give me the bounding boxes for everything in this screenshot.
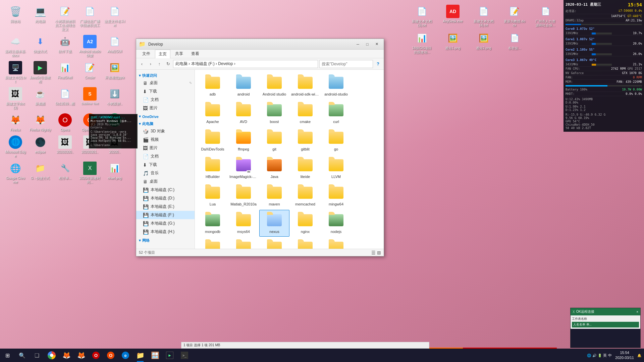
taskbar-cmd[interactable]: >_	[177, 349, 192, 362]
desktop-icon-gis[interactable]: 📊 18级GIS项目抗疫改动...	[407, 30, 437, 56]
desktop-icon-guangzhou[interactable]: 📄 广州市人力资源和社会保...	[531, 3, 560, 29]
desktop-icon-update[interactable]: 📝 更新为教授.docx	[500, 3, 529, 29]
notification-icon[interactable]: 🔔	[637, 354, 641, 357]
sidebar-section-onedrive[interactable]: ▾ OneDrive	[136, 112, 195, 119]
list-view-button[interactable]: ☰	[371, 250, 376, 255]
file-item-mingw64[interactable]: mingw64	[321, 182, 351, 209]
sidebar-item-h[interactable]: 💾 本地磁盘 (H:)	[136, 228, 195, 236]
maximize-button[interactable]: □	[363, 41, 372, 48]
file-item-liteide[interactable]: liteide	[290, 155, 320, 182]
file-item-msys64[interactable]: msys64	[228, 210, 259, 237]
desktop-icon-computer[interactable]: 💻 此电脑	[28, 3, 52, 33]
sound-tray-icon[interactable]: 🔊	[592, 354, 596, 357]
file-item-matlab[interactable]: Matlab_R2010a	[228, 182, 259, 209]
desktop-icon-7[interactable]: ⬇ 快捷方式	[28, 34, 52, 59]
desktop-icon-newdoc3[interactable]: 📄 新建文本文档(3).txt	[407, 3, 437, 29]
desktop-icon-doc3[interactable]: 📝 Cmder	[78, 60, 102, 85]
file-item-java[interactable]: Java	[259, 155, 289, 182]
sidebar-item-e[interactable]: 💾 本地磁盘 (E:)	[136, 202, 195, 211]
file-item-hbuilder[interactable]: HBuilder	[198, 155, 228, 182]
sidebar-item-downloads[interactable]: ⬇ 下载	[136, 87, 195, 96]
desktop-icon-6[interactable]: ☁️ 远程云服务器.docx	[3, 34, 28, 59]
minimize-button[interactable]: ─	[354, 41, 362, 48]
taskbar-firefox[interactable]: 🦊	[59, 349, 74, 362]
file-item-lua[interactable]: Lua	[198, 182, 228, 209]
sidebar-item-documents2[interactable]: 📄 文档	[136, 152, 195, 161]
desktop-icon-g-drive[interactable]: 📁 G - 快捷方式	[28, 160, 52, 186]
sidebar-item-g[interactable]: 💾 本地磁盘 (G:)	[136, 219, 195, 228]
file-item-ffmpeg[interactable]: ffmpeg	[228, 127, 259, 154]
file-item-qt[interactable]: Qt	[321, 237, 351, 249]
file-item-go[interactable]: go	[321, 127, 351, 154]
taskbar-opera[interactable]: O	[89, 349, 103, 362]
file-item-memcached[interactable]: memcached	[290, 182, 320, 209]
file-item-phantomjs[interactable]: phantomjs	[228, 237, 259, 249]
desktop-icon-mainco[interactable]: ☕ 新截图	[28, 86, 52, 111]
desktop-icon-5[interactable]: 📄 这是文件名3.txt	[103, 3, 127, 33]
file-item-boost[interactable]: boost	[259, 100, 289, 127]
search-input[interactable]	[319, 60, 373, 68]
file-item-proguard[interactable]: proguard 6.1.1	[259, 237, 289, 249]
taskbar-chrome[interactable]	[44, 349, 59, 362]
desktop-icon-ppt[interactable]: 📊 FinalShell	[53, 60, 77, 85]
taskbar-terminal[interactable]: ▶	[162, 349, 177, 362]
sidebar-item-d[interactable]: 💾 本地磁盘 (D:)	[136, 194, 195, 202]
forward-button[interactable]: ›	[147, 60, 154, 68]
taskbar-opera-dev[interactable]: O	[103, 349, 118, 362]
desktop-icon-firefox2[interactable]: 🦊 Firefox	[3, 112, 28, 133]
ribbon-tab-view[interactable]: 查看	[188, 50, 203, 58]
ribbon-tab-file[interactable]: 文件	[139, 50, 154, 58]
file-item-pandoc[interactable]: pandoc	[198, 237, 228, 249]
ribbon-tab-home[interactable]: 主页	[155, 50, 170, 58]
search-button[interactable]: 🔍	[15, 349, 30, 362]
desktop-icon-sublime[interactable]: S Sublime Text	[78, 86, 102, 111]
task-view-button[interactable]: ❑	[30, 349, 44, 362]
file-item-daxidev[interactable]: DaXiDevTools	[198, 127, 228, 154]
desktop-icon-miwen[interactable]: 📄 各密旋...	[500, 30, 529, 56]
desktop-icon-eclipse[interactable]: 🌑 eclipse	[28, 134, 52, 160]
sidebar-item-pictures2[interactable]: 🖼 图片	[136, 144, 195, 152]
desktop-icon-css[interactable]: 📄 5b13539...图	[53, 86, 77, 111]
battery-tray-icon[interactable]: 🔋	[598, 354, 602, 357]
file-item-python[interactable]: Python	[290, 237, 320, 249]
close-button[interactable]: ✕	[372, 41, 381, 48]
desktop-icon-excel[interactable]: X 2020年新建时间...	[78, 160, 102, 186]
desktop-icon-recycle[interactable]: 🗑️ 回收站	[3, 3, 28, 33]
start-button[interactable]: ⊞	[0, 349, 15, 362]
desktop-icon-aria2dl[interactable]: ⬇️ 小鹤双拼..	[103, 86, 127, 111]
sidebar-item-desktop[interactable]: 🖥 桌面 ✎	[136, 79, 195, 87]
desktop-icon-4[interactable]: 📄 广播信息广播学院教职员工	[78, 3, 102, 33]
file-item-llvm[interactable]: LLVM	[321, 155, 351, 182]
sidebar-item-videos[interactable]: 🎬 视频	[136, 135, 195, 144]
file-item-cmake[interactable]: cmake	[290, 100, 320, 127]
desktop-icon-img1[interactable]: 🖼 新建文字doc(3)	[3, 86, 28, 111]
sidebar-section-network[interactable]: ▾ 网络	[136, 236, 195, 244]
desktop-icon-anydesk[interactable]: AD AnyDesk.exe	[438, 3, 468, 29]
desktop-icon-txt2[interactable]: 📄 Arial2GUI	[103, 34, 127, 59]
file-item-nginx[interactable]: nginx	[290, 210, 320, 237]
help-button[interactable]: ?	[374, 60, 382, 68]
file-item-imagemagick[interactable]: IM ImageMagick-6.9.3-7-vc14-x64	[228, 155, 259, 182]
file-item-android[interactable]: android	[228, 72, 259, 99]
file-item-adb[interactable]: adb	[198, 72, 228, 99]
desktop-icon-android[interactable]: 🤖 软件下载	[53, 34, 77, 59]
sidebar-item-pictures[interactable]: 🖼 图片	[136, 104, 195, 112]
desktop-icon-google-chrome[interactable]: 🌐 Google Chrome	[3, 160, 28, 186]
sidebar-item-documents[interactable]: 📄 文档	[136, 96, 195, 104]
taskbar-explorer[interactable]: 📁	[133, 349, 148, 362]
desktop-icon-firefox-nightly[interactable]: 🦊 Firefox Nightly	[28, 112, 52, 133]
taskbar-ie[interactable]: e	[118, 349, 133, 362]
desktop-icon-chart[interactable]: 📊 chart.png	[103, 160, 127, 186]
desktop-icon-aria2[interactable]: A2 Android studio快捷	[78, 34, 102, 59]
window-titlebar[interactable]: 📁 Develop ─ □ ✕	[136, 39, 384, 50]
language-indicator[interactable]: 英	[603, 353, 607, 358]
desktop-icon-img2[interactable]: 🖼 20200300..	[53, 134, 77, 160]
desktop-icon-cmder[interactable]: ▶ JavaSc引级教程	[28, 60, 52, 85]
back-button[interactable]: ‹	[138, 60, 146, 68]
sidebar-item-downloads2[interactable]: ⬇ 下载	[136, 161, 195, 169]
grid-view-button[interactable]: ⊞	[377, 250, 381, 255]
desktop-icon-newdoc4[interactable]: 📄 新建文本文档(4).txt	[469, 3, 498, 29]
desktop-icon-screenshot[interactable]: 🖼️ 开发规范pptx	[103, 60, 127, 85]
file-item-curl[interactable]: curl	[321, 100, 351, 127]
ime-indicator[interactable]: 中	[608, 353, 612, 358]
